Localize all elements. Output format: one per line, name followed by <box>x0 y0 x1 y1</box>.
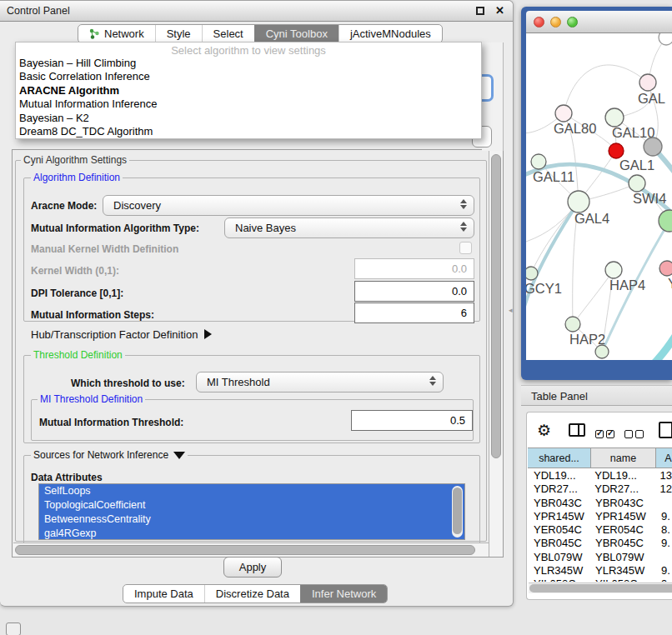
bottom-tab-impute-data[interactable]: Impute Data <box>123 585 204 602</box>
float-window-icon[interactable] <box>476 7 484 15</box>
table-cell: YBR045C <box>528 537 591 550</box>
kernel-width-label: Kernel Width (0,1): <box>31 265 119 277</box>
tab-network[interactable]: Network <box>78 25 155 42</box>
aracne-mode-combo[interactable]: Discovery <box>103 195 474 216</box>
close-traffic-light[interactable] <box>534 17 544 28</box>
dropdown-option[interactable]: Bayesian – K2 <box>16 112 481 125</box>
network-node[interactable] <box>568 191 589 212</box>
network-edge[interactable] <box>564 65 648 113</box>
network-edge[interactable] <box>526 202 579 318</box>
table-horizontal-scrollbar[interactable] <box>529 582 672 593</box>
zoom-traffic-light[interactable] <box>567 17 578 28</box>
mi-steps-label: Mutual Information Steps: <box>31 309 154 321</box>
mi-type-combo[interactable]: Naive Bayes <box>224 218 474 238</box>
table-row[interactable]: YBL079WYBL079W <box>528 551 672 564</box>
network-node[interactable] <box>555 105 572 122</box>
attribute-item[interactable]: TopologicalCoefficient <box>39 498 464 512</box>
table-panel-header[interactable]: Table Panel <box>521 385 672 406</box>
close-icon[interactable]: ✕ <box>495 4 504 17</box>
settings-vertical-scrollbar[interactable] <box>489 150 503 557</box>
table-row[interactable]: YBR043CYBR043C <box>528 497 672 510</box>
mi-threshold-field[interactable]: 0.5 <box>351 410 473 431</box>
table-row[interactable]: YER054CYER054C8. <box>528 523 672 537</box>
network-edge[interactable] <box>633 333 672 360</box>
table-row[interactable]: YDR27...YDR27...12 <box>528 482 672 496</box>
table-cell: YPR145W <box>591 510 656 523</box>
tab-label: Select <box>213 28 243 40</box>
network-node[interactable] <box>659 210 672 232</box>
clear-checkboxes-icon[interactable] <box>624 427 646 442</box>
column-header-shared-[interactable]: shared... <box>528 448 591 468</box>
network-node[interactable] <box>595 345 609 358</box>
network-node[interactable] <box>531 154 546 169</box>
control-panel-titlebar[interactable]: Control Panel ✕ <box>0 1 513 22</box>
data-attributes-list[interactable]: SelfLoopsTopologicalCoefficientBetweenne… <box>38 483 465 540</box>
tab-label: jActiveMNodules <box>350 28 431 40</box>
network-node[interactable] <box>565 317 580 332</box>
kernel-width-value: 0.0 <box>452 262 467 275</box>
which-threshold-combo[interactable]: MI Threshold <box>196 372 444 392</box>
table-row[interactable]: YDL19...YDL19...13 <box>528 469 672 482</box>
network-node[interactable] <box>605 262 622 278</box>
bottom-tab-label: Impute Data <box>134 588 193 600</box>
network-node[interactable] <box>639 74 656 91</box>
list-scrollbar[interactable] <box>452 486 463 538</box>
tab-jactivemnodules[interactable]: jActiveMNodules <box>339 25 442 42</box>
dropdown-option[interactable]: Mutual Information Inference <box>16 98 481 111</box>
gear-icon[interactable]: ⚙ <box>537 421 551 440</box>
tab-select[interactable]: Select <box>202 25 254 42</box>
network-node[interactable] <box>629 175 645 192</box>
network-node[interactable] <box>605 108 624 127</box>
minimize-traffic-light[interactable] <box>550 17 561 28</box>
hub-definition-toggle[interactable]: Hub/Transcription Factor Definition <box>31 328 212 341</box>
node-table-card: ⚙ shared...nameA YDL19...YDL19...13YDR27… <box>526 412 672 600</box>
node-label: GAL10 <box>612 125 654 140</box>
attribute-item[interactable]: gal4RGexp <box>39 527 464 540</box>
network-window-titlebar[interactable] <box>526 11 672 33</box>
network-node[interactable] <box>644 138 662 156</box>
export-table-icon[interactable] <box>659 422 672 438</box>
tab-style[interactable]: Style <box>155 25 202 42</box>
network-node[interactable] <box>526 267 538 280</box>
top-tab-bar: NetworkStyleSelectCyni ToolboxjActiveMNo… <box>78 24 443 43</box>
column-header-a[interactable]: A <box>656 448 672 468</box>
bottom-tab-label: Discretize Data <box>216 588 289 600</box>
kernel-width-field[interactable]: 0.0 <box>354 258 474 279</box>
table-row[interactable]: YBR045CYBR045C9. <box>528 537 672 550</box>
algorithm-definition-title: Algorithm Definition <box>31 172 123 183</box>
network-node[interactable] <box>609 143 624 158</box>
sources-toggle[interactable]: Sources for Network Inference <box>31 449 188 461</box>
sources-title: Sources for Network Inference <box>33 449 168 461</box>
settings-horizontal-scrollbar[interactable] <box>13 542 489 557</box>
tab-cyni-toolbox[interactable]: Cyni Toolbox <box>254 25 339 42</box>
apply-button[interactable]: Apply <box>223 557 282 578</box>
column-header-name[interactable]: name <box>591 448 656 468</box>
dropdown-option[interactable]: Basic Correlation Inference <box>16 70 481 83</box>
bottom-tab-discretize-data[interactable]: Discretize Data <box>204 585 300 602</box>
collapsed-panel-icon[interactable] <box>6 622 21 635</box>
dropdown-option[interactable]: Dream8 DC_TDC Algorithm <box>16 125 481 138</box>
bottom-tab-infer-network[interactable]: Infer Network <box>300 585 387 602</box>
network-node[interactable] <box>659 261 672 276</box>
attribute-item[interactable]: BetweennessCentrality <box>39 512 464 527</box>
dpi-tolerance-field[interactable]: 0.0 <box>354 281 474 302</box>
attribute-item[interactable]: SelfLoops <box>39 484 464 498</box>
network-canvas[interactable]: GALGAL80GAL10GAL1GAL11SWI4GAL4GCY1HAP4YH… <box>526 33 672 360</box>
splitter-arrow-icon[interactable]: ◂ <box>509 306 513 314</box>
manual-kernel-checkbox[interactable] <box>459 242 472 254</box>
columns-icon[interactable] <box>569 423 585 437</box>
mi-steps-field[interactable]: 6 <box>354 302 474 323</box>
dropdown-option[interactable]: ARACNE Algorithm <box>16 84 481 98</box>
table-row[interactable]: YIL052CYIL052C9 <box>528 578 672 582</box>
dropdown-option[interactable]: Bayesian – Hill Climbing <box>16 57 481 70</box>
table-cell <box>656 551 661 564</box>
network-edge[interactable] <box>573 270 614 324</box>
table-panel-title: Table Panel <box>531 390 588 402</box>
select-all-checkboxes-icon[interactable] <box>595 427 617 442</box>
node-label: HAP2 <box>569 332 605 347</box>
network-graph: GALGAL80GAL10GAL1GAL11SWI4GAL4GCY1HAP4YH… <box>526 33 672 360</box>
table-row[interactable]: YLR345WYLR345W9. <box>528 564 672 578</box>
mi-threshold-value: 0.5 <box>450 414 465 427</box>
network-node[interactable] <box>659 33 672 45</box>
table-row[interactable]: YPR145WYPR145W9. <box>528 510 672 523</box>
